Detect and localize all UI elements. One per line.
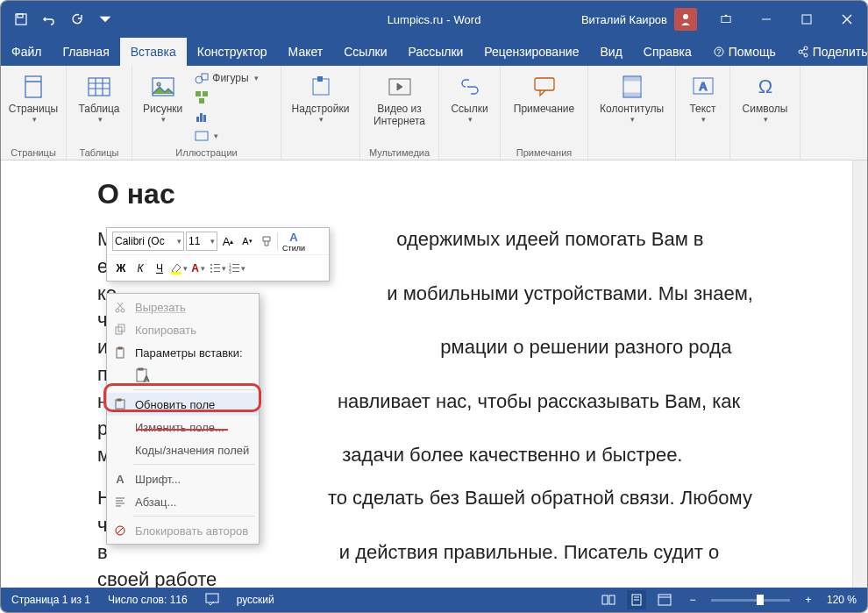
ctx-block-authors[interactable]: Блокировать авторов [107, 519, 259, 542]
smartart-button[interactable] [191, 89, 261, 106]
svg-rect-61 [117, 348, 124, 358]
svg-rect-52 [232, 267, 239, 268]
headerfooter-icon [618, 73, 646, 101]
cut-icon [112, 299, 128, 315]
textbox-icon: A [689, 73, 717, 101]
account-button[interactable]: Виталий Каиров [581, 8, 697, 31]
tab-view[interactable]: Вид [589, 38, 632, 66]
minimize-icon[interactable] [746, 1, 786, 38]
web-layout-icon[interactable] [655, 590, 674, 609]
font-color-button[interactable]: A▾ [189, 260, 207, 277]
headerfooter-button[interactable]: Колонтитулы▾ [594, 69, 670, 128]
shrink-font-button[interactable]: A▾ [238, 232, 256, 250]
grow-font-button[interactable]: A▴ [219, 232, 237, 250]
svg-rect-15 [25, 76, 41, 97]
page-icon [19, 73, 47, 101]
links-button[interactable]: Ссылки▾ [445, 69, 494, 128]
update-icon [112, 396, 128, 412]
tell-me-button[interactable]: ?Помощь [702, 45, 786, 59]
zoom-in-button[interactable]: + [799, 590, 818, 609]
status-page[interactable]: Страница 1 из 1 [11, 594, 90, 606]
qa-dropdown-icon[interactable] [94, 8, 117, 31]
tab-mailings[interactable]: Рассылки [398, 38, 474, 66]
tab-help[interactable]: Справка [633, 38, 702, 66]
tab-review[interactable]: Рецензирование [473, 38, 589, 66]
svg-point-56 [121, 309, 125, 312]
svg-rect-74 [206, 594, 218, 602]
zoom-level[interactable]: 120 % [827, 594, 857, 606]
print-layout-icon[interactable] [627, 590, 646, 609]
ribbon-tabs: Файл Главная Вставка Конструктор Макет С… [1, 38, 867, 66]
ctx-update-field[interactable]: Обновить поле [107, 393, 259, 416]
symbols-button[interactable]: Ω Символы▾ [736, 69, 794, 128]
undo-icon[interactable] [38, 8, 60, 31]
mini-toolbar: Calibri (Ос▾ 11▾ A▴ A▾ AСтили Ж К Ч ▾ A▾… [106, 227, 330, 282]
status-language[interactable]: русский [237, 594, 274, 606]
numbering-button[interactable]: 123▾ [228, 260, 245, 277]
addins-button[interactable]: Надстройки▾ [287, 69, 354, 128]
underline-button[interactable]: Ч [151, 260, 168, 277]
status-words[interactable]: Число слов: 116 [108, 594, 188, 606]
smartart-icon [195, 90, 209, 104]
tab-file[interactable]: Файл [1, 38, 52, 66]
zoom-slider[interactable] [711, 599, 790, 602]
styles-button[interactable]: AСтили [280, 232, 308, 250]
status-proofing-icon[interactable] [205, 593, 219, 608]
font-family-select[interactable]: Calibri (Ос▾ [112, 232, 184, 251]
bold-button[interactable]: Ж [112, 260, 130, 277]
highlight-button[interactable]: ▾ [170, 260, 188, 277]
copy-icon [112, 322, 128, 338]
tab-insert[interactable]: Вставка [120, 38, 187, 66]
svg-point-55 [116, 309, 119, 312]
ctx-paste-option[interactable]: A [107, 364, 259, 387]
redo-icon[interactable] [66, 8, 89, 31]
close-icon[interactable] [827, 1, 867, 38]
symbol-icon: Ω [751, 73, 779, 101]
maximize-icon[interactable] [786, 1, 827, 38]
pictures-button[interactable]: Рисунки▾ [138, 69, 188, 160]
font-size-select[interactable]: 11▾ [186, 232, 217, 251]
ctx-font[interactable]: A Шрифт... [107, 467, 259, 490]
table-icon [85, 73, 113, 101]
zoom-out-button[interactable]: − [683, 590, 702, 609]
comment-button[interactable]: Примечание [506, 69, 582, 118]
table-button[interactable]: Таблица▾ [72, 69, 126, 128]
group-label: Мультимедиа [360, 147, 438, 158]
vertical-scrollbar[interactable] [852, 160, 867, 588]
screenshot-button[interactable]: ▾ [191, 127, 261, 145]
read-mode-icon[interactable] [599, 590, 618, 609]
ctx-paste-header: Параметры вставки: [107, 341, 259, 364]
svg-text:A: A [144, 374, 149, 383]
svg-text:Ω: Ω [758, 75, 772, 97]
link-icon [456, 73, 484, 101]
group-label: Примечания [501, 147, 587, 158]
svg-rect-44 [214, 264, 220, 265]
ribbon-options-icon[interactable] [706, 1, 746, 38]
pages-button[interactable]: Страницы▾ [6, 69, 60, 128]
ctx-copy[interactable]: Копировать [107, 318, 259, 341]
svg-rect-31 [196, 132, 208, 140]
bullets-button[interactable]: ▾ [209, 260, 226, 277]
ctx-toggle-codes[interactable]: Коды/значения полей [107, 438, 259, 461]
svg-line-14 [801, 53, 805, 54]
online-video-button[interactable]: Видео из Интернета [366, 69, 433, 132]
tab-home[interactable]: Главная [52, 38, 119, 66]
shapes-button[interactable]: Фигуры▾ [191, 69, 261, 87]
share-button[interactable]: Поделиться [786, 45, 868, 59]
document-name: Lumpics.ru [388, 13, 444, 26]
ctx-paragraph[interactable]: Абзац... [107, 490, 259, 513]
tab-design[interactable]: Конструктор [187, 38, 278, 66]
text-button[interactable]: A Текст▾ [681, 69, 724, 128]
ctx-edit-field[interactable]: Изменить поле... [107, 416, 259, 438]
format-painter-button[interactable] [258, 232, 275, 250]
ctx-cut[interactable]: Вырезать [107, 296, 259, 318]
tab-layout[interactable]: Макет [278, 38, 334, 66]
autosave-icon[interactable] [10, 8, 32, 31]
tab-references[interactable]: Ссылки [333, 38, 397, 66]
paragraph-icon [112, 494, 128, 510]
italic-button[interactable]: К [132, 260, 149, 277]
svg-rect-54 [232, 271, 239, 272]
svg-rect-27 [199, 98, 204, 103]
group-label: Таблицы [67, 147, 132, 158]
chart-button[interactable] [191, 108, 261, 125]
